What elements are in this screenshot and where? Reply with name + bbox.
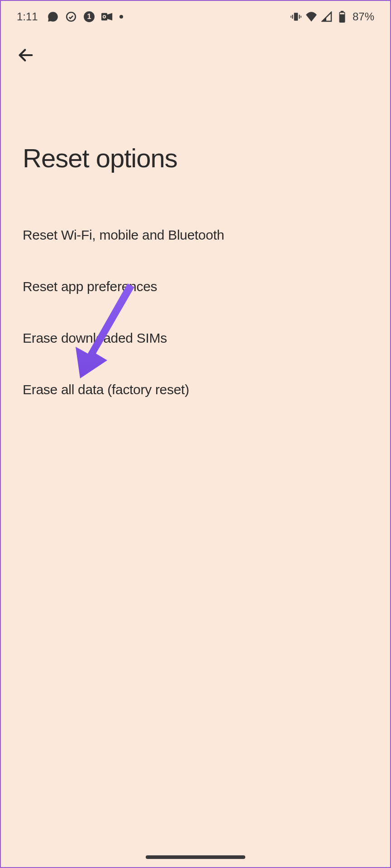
svg-rect-7 bbox=[292, 15, 293, 19]
battery-icon bbox=[336, 11, 348, 23]
arrow-back-icon bbox=[17, 46, 35, 64]
svg-rect-6 bbox=[294, 13, 298, 20]
svg-point-0 bbox=[67, 12, 76, 21]
svg-rect-13 bbox=[340, 13, 344, 14]
option-erase-all-data[interactable]: Erase all data (factory reset) bbox=[23, 364, 368, 415]
svg-point-5 bbox=[103, 16, 105, 18]
svg-rect-10 bbox=[300, 16, 301, 18]
cloud-icon bbox=[65, 11, 77, 23]
wifi-icon bbox=[305, 11, 317, 23]
svg-rect-8 bbox=[299, 15, 300, 19]
option-erase-sims[interactable]: Erase downloaded SIMs bbox=[23, 312, 368, 364]
navigation-home-indicator[interactable] bbox=[146, 855, 245, 859]
chat-icon bbox=[47, 11, 59, 23]
battery-percentage: 87% bbox=[353, 10, 374, 23]
options-list: Reset Wi-Fi, mobile and Bluetooth Reset … bbox=[1, 209, 390, 415]
status-time: 1:11 bbox=[17, 10, 38, 23]
back-button[interactable] bbox=[1, 33, 390, 75]
option-reset-app-preferences[interactable]: Reset app preferences bbox=[23, 261, 368, 312]
svg-text:1: 1 bbox=[87, 12, 91, 20]
signal-icon bbox=[321, 11, 333, 23]
outlook-icon bbox=[101, 11, 113, 23]
vibrate-icon bbox=[290, 11, 302, 23]
option-reset-wifi[interactable]: Reset Wi-Fi, mobile and Bluetooth bbox=[23, 209, 368, 261]
status-right-group: 87% bbox=[290, 10, 374, 23]
notification-badge-icon: 1 bbox=[83, 11, 95, 23]
status-left-group: 1:11 1 bbox=[17, 10, 123, 23]
more-notifications-icon bbox=[119, 15, 123, 19]
status-bar: 1:11 1 bbox=[1, 1, 390, 33]
svg-rect-9 bbox=[291, 16, 291, 18]
page-title: Reset options bbox=[1, 75, 390, 209]
